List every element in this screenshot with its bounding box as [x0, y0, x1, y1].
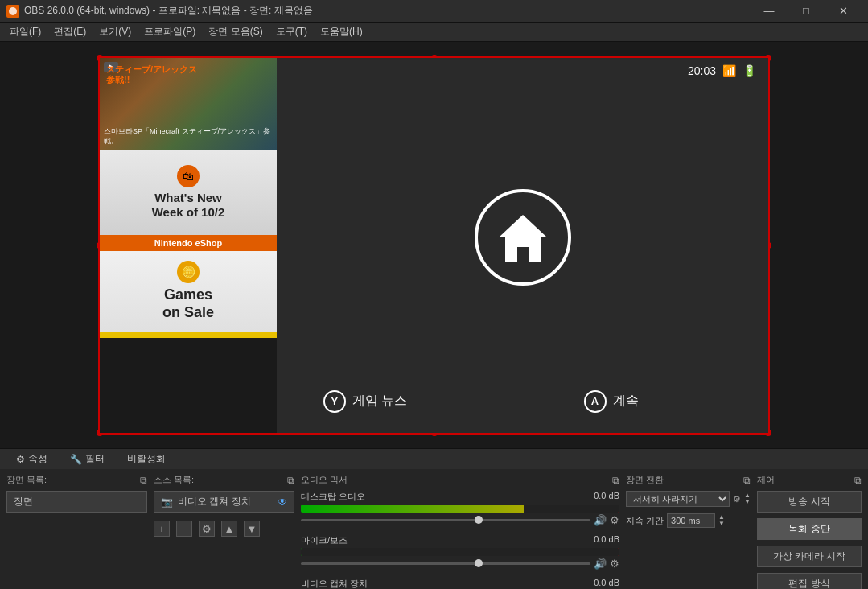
menu-edit[interactable]: 편집(E) [47, 23, 93, 40]
audio-desktop-thumb[interactable] [475, 516, 483, 524]
a-badge: A [584, 390, 607, 413]
scene-item[interactable]: 장면 [6, 491, 147, 513]
broadcast-start-button[interactable]: 방송 시작 [757, 491, 862, 513]
game-news-label: 게임 뉴스 [352, 393, 407, 410]
audio-video-db: 0.0 dB [594, 578, 619, 589]
source-up-button[interactable]: ▲ [221, 521, 237, 537]
menu-view[interactable]: 보기(V) [93, 23, 138, 40]
audio-mic-controls[interactable]: 🔊 ⚙ [301, 558, 619, 570]
home-icon-circle [475, 189, 571, 286]
games-sale-title: Gameson Sale [162, 286, 214, 321]
house-roof [499, 215, 547, 237]
house-body [505, 237, 541, 262]
menu-file[interactable]: 파일(F) [3, 23, 47, 40]
tab-properties[interactable]: ⚙ 속성 [6, 449, 57, 469]
audio-channel-desktop: 데스크탑 오디오 0.0 dB 🔊 ⚙ [301, 491, 619, 526]
control-copy-icon[interactable]: ⧉ [854, 475, 862, 486]
filter-icon: 🔧 [70, 454, 82, 465]
audio-mic-db: 0.0 dB [594, 534, 619, 546]
audio-desktop-db: 0.0 dB [594, 491, 619, 503]
house-door [517, 247, 529, 262]
menu-profile[interactable]: 프로파일(P) [138, 23, 202, 40]
menu-scene-collection[interactable]: 장면 모음(S) [202, 23, 269, 40]
duration-input[interactable] [667, 513, 715, 528]
control-section: 제어 ⧉ 방송 시작 녹화 중단 가상 카메라 시작 편집 방식 설정 끝내기 [757, 474, 862, 589]
duration-down-icon[interactable]: ▼ [718, 521, 725, 527]
source-down-button[interactable]: ▼ [244, 521, 260, 537]
main-area: スティーブ/アレックス参戦!! 스마브라SP「Minecraft スティーブ/ア… [0, 42, 868, 448]
duration-arrows: ▲ ▼ [718, 514, 725, 527]
maximize-button[interactable]: □ [788, 0, 825, 23]
source-remove-button[interactable]: − [176, 521, 192, 537]
audio-mic-mask [301, 548, 619, 556]
close-button[interactable]: ✕ [825, 0, 862, 23]
scene-list: 장면 [6, 491, 147, 589]
bottom-buttons: Y 게임 뉴스 A 계속 [277, 390, 768, 413]
audio-desktop-mute[interactable]: 🔊 [594, 514, 607, 526]
y-button-area[interactable]: Y 게임 뉴스 [277, 390, 454, 413]
virtual-camera-button[interactable]: 가상 카메라 시작 [757, 546, 862, 567]
scene-list-label: 장면 목록: [6, 474, 47, 486]
audio-mixer-label: 오디오 믹서 [301, 474, 348, 486]
audio-video-label: 비디오 캡쳐 장치 0.0 dB [301, 578, 619, 589]
transition-select[interactable]: 서서히 사라지기 [626, 491, 730, 507]
transition-copy-icon[interactable]: ⧉ [743, 475, 751, 486]
audio-desktop-bar [301, 505, 619, 513]
audio-mic-mute[interactable]: 🔊 [594, 558, 607, 570]
switch-screen: スティーブ/アレックス参戦!! 스마브라SP「Minecraft スティーブ/ア… [100, 58, 768, 433]
transition-label: 장면 전환 [626, 474, 664, 486]
audio-channel-video: 비디오 캡쳐 장치 0.0 dB [301, 578, 619, 589]
time-display: 20:03 [688, 64, 716, 77]
obs-icon [6, 5, 19, 18]
whats-new-title: What's NewWeek of 10/2 [152, 191, 225, 220]
titlebar: OBS 26.0.0 (64-bit, windows) - 프로파일: 제목없… [0, 0, 868, 23]
gear-icon: ⚙ [16, 454, 25, 465]
home-panel: 20:03 📶 🔋 [277, 58, 768, 433]
audio-desktop-slider[interactable] [301, 519, 590, 521]
source-label: 비디오 캡쳐 장치 [178, 495, 251, 509]
source-list-label: 소스 목록: [154, 474, 194, 486]
menu-help[interactable]: 도움말(H) [314, 23, 369, 40]
tab-deactivate[interactable]: 비활성화 [117, 449, 175, 469]
audio-mic-slider[interactable] [301, 562, 590, 565]
menu-tools[interactable]: 도구(T) [269, 23, 314, 40]
transition-section: 장면 전환 ⧉ 서서히 사라지기 ⚙ ▲ ▼ 지속 기간 ▲ ▼ [626, 474, 751, 589]
titlebar-controls[interactable]: — □ ✕ [751, 0, 862, 23]
source-settings-button[interactable]: ⚙ [199, 521, 215, 537]
home-house [499, 215, 547, 259]
transition-settings-icon[interactable]: ⚙ [733, 494, 741, 505]
control-label: 제어 [757, 474, 775, 486]
tab-filter[interactable]: 🔧 필터 [60, 449, 114, 469]
bag-icon [177, 165, 200, 187]
source-add-button[interactable]: + [154, 521, 170, 537]
games-on-sale-card: 🪙 Gameson Sale [100, 251, 277, 338]
transition-control: 서서히 사라지기 ⚙ ▲ ▼ [626, 491, 751, 507]
minecraft-title: スティーブ/アレックス参戦!! [106, 64, 197, 85]
recording-stop-button[interactable]: 녹화 중단 [757, 518, 862, 540]
edit-mode-button[interactable]: 편집 방식 [757, 573, 862, 589]
minimize-button[interactable]: — [751, 0, 788, 23]
whats-new-card: What's NewWeek of 10/2 Nintendo eShop [100, 150, 277, 251]
svg-point-0 [9, 7, 17, 15]
source-camera-icon: 📷 [161, 496, 173, 508]
a-button-area[interactable]: A 계속 [454, 390, 768, 413]
source-eye-icon[interactable]: 👁 [278, 496, 287, 508]
audio-desktop-mask [524, 505, 619, 513]
scene-copy-icon[interactable]: ⧉ [140, 475, 147, 486]
audio-mic-label: 마이크/보조 0.0 dB [301, 534, 619, 546]
bottom-panel: ⚙ 속성 🔧 필터 비활성화 장면 목록: ⧉ 장면 + − [0, 448, 868, 589]
audio-mic-thumb[interactable] [475, 559, 483, 567]
preview-canvas: スティーブ/アレックス参戦!! 스마브라SP「Minecraft スティーブ/ア… [98, 56, 770, 435]
source-action-bar: + − ⚙ ▲ ▼ [154, 516, 294, 538]
source-item[interactable]: 📷 비디오 캡쳐 장치 👁 [154, 491, 294, 513]
transition-down-icon[interactable]: ▼ [744, 499, 751, 505]
source-copy-icon[interactable]: ⧉ [287, 475, 294, 486]
y-badge: Y [323, 390, 346, 413]
audio-copy-icon[interactable]: ⧉ [612, 475, 619, 486]
audio-mic-settings[interactable]: ⚙ [610, 558, 619, 570]
audio-desktop-controls[interactable]: 🔊 ⚙ [301, 514, 619, 526]
source-section: 소스 목록: ⧉ 📷 비디오 캡쳐 장치 👁 + − ⚙ ▲ ▼ [154, 474, 294, 589]
eshop-banner: Nintendo eShop [100, 235, 277, 251]
audio-desktop-settings[interactable]: ⚙ [610, 514, 619, 526]
tabs-bar: ⚙ 속성 🔧 필터 비활성화 [0, 449, 868, 469]
